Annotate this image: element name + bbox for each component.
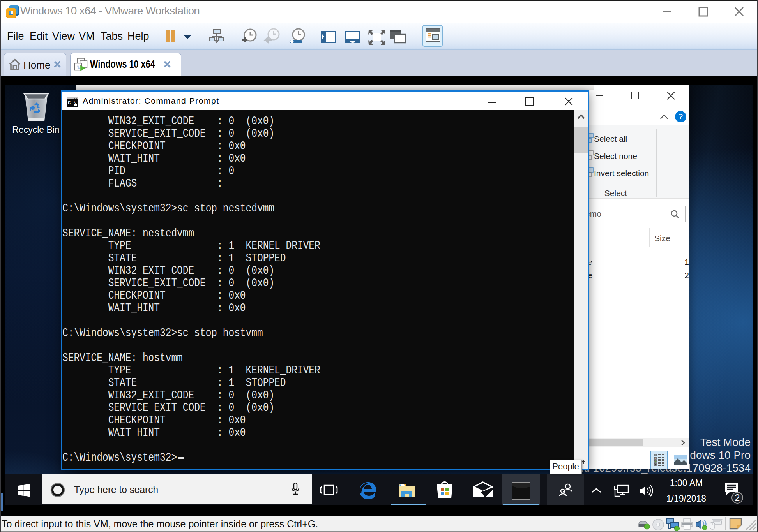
svg-text:2: 2 [735,493,740,503]
